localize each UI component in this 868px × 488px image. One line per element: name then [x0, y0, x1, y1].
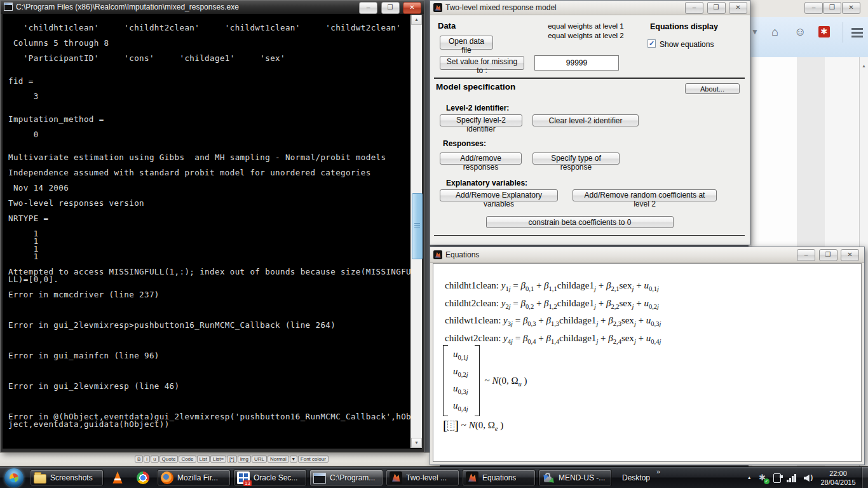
- u-distribution: ~ N(0, Ωu ): [485, 376, 527, 386]
- clock[interactable]: 22:00 28/04/2015: [818, 469, 858, 487]
- action-center-icon[interactable]: ✱: [757, 473, 768, 483]
- show-equations-checkbox[interactable]: ✓: [648, 39, 656, 48]
- constrain-beta-button[interactable]: constrain beta coefficients to 0: [486, 216, 674, 228]
- editor-button-list[interactable]: List=: [210, 456, 226, 463]
- network-icon[interactable]: [787, 473, 798, 482]
- editor-button-img[interactable]: Img: [238, 456, 251, 463]
- console-icon: [313, 473, 326, 484]
- editor-button-u[interactable]: u: [151, 456, 158, 463]
- home-icon[interactable]: ⌂: [771, 25, 778, 39]
- editor-button-i[interactable]: i: [144, 456, 150, 463]
- model-window-title: Two-level mixed response model: [445, 3, 557, 12]
- menu-icon[interactable]: [851, 28, 863, 30]
- volume-icon[interactable]: [804, 475, 810, 482]
- taskbar-item-label: Oracle Sec...: [254, 473, 297, 482]
- console-minimize-button[interactable]: –: [359, 2, 377, 14]
- editor-button-quote[interactable]: Quote: [159, 456, 179, 463]
- editor-button-code[interactable]: Code: [179, 456, 196, 463]
- editor-button-url[interactable]: URL: [252, 456, 267, 463]
- chrome-icon: [137, 471, 149, 484]
- add-responses-button[interactable]: Add/remove responses: [440, 152, 522, 165]
- taskbar-item-oraclesec[interactable]: 13Oracle Sec...: [233, 470, 307, 486]
- desktop-chevron[interactable]: »: [656, 468, 660, 475]
- console-restore-button[interactable]: ❐: [381, 2, 400, 14]
- taskbar-item-cprogram[interactable]: C:\Program...: [309, 470, 383, 486]
- specify-level2-button[interactable]: Specify level-2 identifier: [440, 114, 522, 126]
- set-missing-button[interactable]: Set value for missing to :: [440, 56, 524, 70]
- weights-line-2: equal weights at level 2: [538, 31, 634, 41]
- start-button[interactable]: [4, 468, 24, 487]
- about-button[interactable]: About...: [685, 83, 740, 94]
- selected-e-vector[interactable]: ⋮: [447, 421, 454, 431]
- show-hidden-icons-icon[interactable]: ▲: [747, 475, 752, 480]
- explanatory-label: Explanatory variables:: [446, 179, 527, 187]
- editor-button-normal[interactable]: Normal: [268, 456, 289, 463]
- editor-button-[interactable]: [*]: [227, 456, 237, 463]
- specify-type-button[interactable]: Specify type of response: [532, 152, 620, 165]
- matlab-icon: [433, 3, 442, 12]
- taskbar-item-label: MEND-US -...: [559, 473, 605, 482]
- model-title-bar[interactable]: Two-level mixed response model – ❐ ✕: [430, 1, 750, 15]
- console-close-button[interactable]: ✕: [403, 2, 421, 14]
- taskbar-item-desktop[interactable]: Desktop »: [622, 473, 650, 482]
- taskbar-item-chrome[interactable]: [132, 470, 154, 486]
- matlab-icon: [390, 471, 402, 484]
- firefox-restore-button[interactable]: ❐: [823, 2, 841, 14]
- show-equations-label: Show equations: [660, 40, 714, 49]
- model-close-button[interactable]: ✕: [729, 2, 747, 14]
- add-random-coefficients-button[interactable]: Add/Remove random coefficients at level …: [573, 189, 717, 201]
- safely-remove-hardware-icon[interactable]: [773, 473, 781, 483]
- firefox-minimize-button[interactable]: –: [804, 2, 823, 14]
- missing-value-field[interactable]: [534, 55, 619, 71]
- console-title-bar[interactable]: C:\Program Files (x86)\Realcom\Imputatio…: [1, 1, 424, 14]
- taskbar-item-mendus[interactable]: MEND-US -...: [538, 470, 612, 486]
- folder-icon: [34, 474, 46, 484]
- model-maximize-button[interactable]: ❐: [707, 2, 726, 14]
- equations-minimize-button[interactable]: –: [797, 249, 815, 261]
- console-output-area: 'childht1clean' 'childht2clean' 'childwt…: [3, 14, 422, 449]
- clear-level2-button[interactable]: Clear level-2 identifier: [532, 114, 639, 126]
- equations-restore-button[interactable]: ❐: [819, 249, 837, 261]
- lastpass-icon[interactable]: ✱: [818, 26, 830, 37]
- clock-date: 28/04/2015: [818, 478, 858, 487]
- weights-line-1: equal weights at level 1: [538, 22, 634, 31]
- model-minimize-button[interactable]: –: [685, 2, 703, 14]
- smiley-icon[interactable]: ☺: [794, 25, 806, 39]
- equations-window-title: Equations: [445, 250, 479, 259]
- u-vector-item: u0,2j: [453, 363, 468, 381]
- taskbar-item-twolevel[interactable]: Two-level ...: [386, 470, 459, 486]
- scroll-up-arrow-icon[interactable]: ▲: [411, 15, 422, 25]
- add-explanatory-button[interactable]: Add/Remove Explanatory variables: [440, 189, 558, 201]
- sync-down-arrow-icon: [548, 477, 559, 487]
- volume-wave-icon: ): [811, 473, 813, 482]
- downloads-icon[interactable]: ▼: [751, 27, 759, 36]
- taskbar-item-equations[interactable]: Equations: [462, 470, 536, 486]
- equations-title-bar[interactable]: Equations – ❐ ✕: [430, 247, 864, 263]
- taskbar-item-screenshots[interactable]: Screenshots: [30, 470, 104, 486]
- firefox-close-button[interactable]: ✕: [842, 2, 860, 14]
- desktop-label: Desktop: [622, 473, 650, 482]
- console-scrollbar[interactable]: ▲ ▼: [410, 15, 422, 448]
- matrix-bracket-left: [443, 345, 448, 416]
- lock-icon: [542, 472, 555, 485]
- editor-button-b[interactable]: B: [135, 456, 143, 463]
- small-bracket-left: [: [443, 417, 447, 433]
- taskbar: ScreenshotsMozilla Fir...13Oracle Sec...…: [0, 466, 868, 488]
- editor-button-fontcolour[interactable]: Font colour: [298, 456, 329, 463]
- u-vector-item: u0,3j: [453, 381, 468, 398]
- equations-close-button[interactable]: ✕: [841, 249, 859, 261]
- editor-button-list[interactable]: List: [197, 456, 210, 463]
- firefox-icon: [161, 471, 173, 484]
- matrix-bracket-right: [475, 345, 480, 416]
- forum-editor-toolbar: BiuQuoteCodeListList=[*]ImgURLNormal▾Fon…: [0, 452, 440, 466]
- taskbar-item-label: Mozilla Fir...: [177, 473, 218, 482]
- notification-badge: 13: [243, 480, 252, 486]
- open-data-file-button[interactable]: Open data file: [440, 36, 493, 50]
- taskbar-item-mozillafir[interactable]: Mozilla Fir...: [157, 470, 231, 486]
- scroll-down-arrow-icon[interactable]: ▼: [411, 438, 422, 448]
- editor-button-[interactable]: ▾: [290, 456, 297, 463]
- show-desktop-button[interactable]: [862, 467, 868, 488]
- taskbar-item-vlc[interactable]: [106, 470, 129, 486]
- equation-row: childht2clean: y2j = β0,2 + β1,2childage…: [445, 298, 661, 316]
- console-scrollbar-thumb[interactable]: [412, 193, 423, 259]
